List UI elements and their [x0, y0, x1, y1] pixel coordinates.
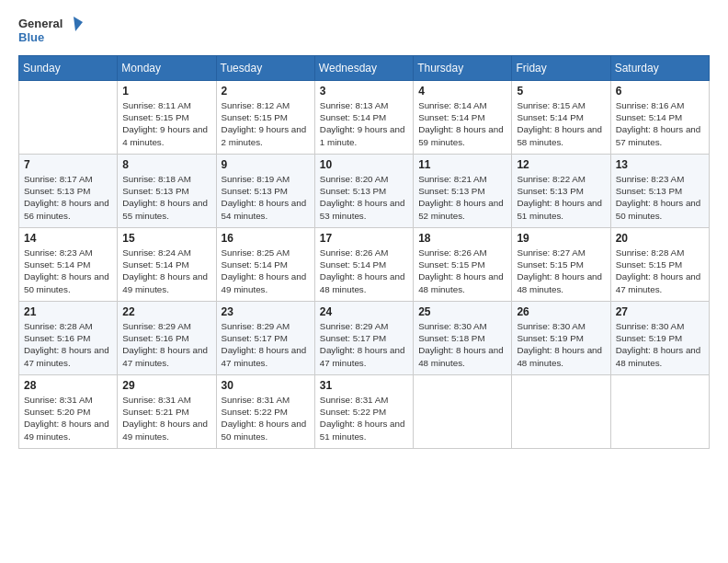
calendar-cell: 18Sunrise: 8:26 AM Sunset: 5:15 PM Dayli… — [414, 228, 512, 302]
day-info: Sunrise: 8:31 AM Sunset: 5:20 PM Dayligh… — [24, 394, 112, 442]
day-info: Sunrise: 8:26 AM Sunset: 5:15 PM Dayligh… — [418, 247, 506, 295]
day-info: Sunrise: 8:16 AM Sunset: 5:14 PM Dayligh… — [616, 99, 704, 148]
calendar-table: SundayMondayTuesdayWednesdayThursdayFrid… — [18, 55, 710, 449]
day-number: 8 — [122, 158, 210, 171]
calendar-cell: 16Sunrise: 8:25 AM Sunset: 5:14 PM Dayli… — [216, 228, 314, 302]
calendar-cell: 21Sunrise: 8:28 AM Sunset: 5:16 PM Dayli… — [19, 302, 118, 375]
day-number: 15 — [122, 232, 210, 245]
day-info: Sunrise: 8:22 AM Sunset: 5:13 PM Dayligh… — [517, 173, 605, 222]
day-number: 31 — [320, 379, 408, 392]
calendar-cell: 20Sunrise: 8:28 AM Sunset: 5:15 PM Dayli… — [610, 228, 709, 302]
day-number: 3 — [320, 85, 408, 98]
weekday-header-tuesday: Tuesday — [216, 56, 314, 81]
day-number: 28 — [24, 379, 112, 392]
day-info: Sunrise: 8:18 AM Sunset: 5:13 PM Dayligh… — [122, 173, 210, 222]
logo-svg: General Blue — [18, 15, 83, 46]
page: General Blue SundayMondayTuesdayWednesda… — [0, 0, 728, 563]
day-info: Sunrise: 8:30 AM Sunset: 5:19 PM Dayligh… — [616, 320, 704, 369]
calendar-cell — [19, 81, 118, 155]
day-info: Sunrise: 8:23 AM Sunset: 5:14 PM Dayligh… — [24, 247, 112, 295]
weekday-header-friday: Friday — [512, 56, 610, 81]
calendar-cell: 27Sunrise: 8:30 AM Sunset: 5:19 PM Dayli… — [610, 302, 709, 375]
weekday-header-wednesday: Wednesday — [314, 56, 413, 81]
week-row-5: 28Sunrise: 8:31 AM Sunset: 5:20 PM Dayli… — [19, 375, 710, 449]
calendar-cell: 19Sunrise: 8:27 AM Sunset: 5:15 PM Dayli… — [512, 228, 610, 302]
day-number: 6 — [616, 85, 704, 98]
calendar-cell — [512, 375, 610, 449]
calendar-cell: 9Sunrise: 8:19 AM Sunset: 5:13 PM Daylig… — [216, 155, 314, 228]
calendar-cell: 28Sunrise: 8:31 AM Sunset: 5:20 PM Dayli… — [19, 375, 118, 449]
day-info: Sunrise: 8:28 AM Sunset: 5:16 PM Dayligh… — [24, 320, 112, 369]
day-info: Sunrise: 8:23 AM Sunset: 5:13 PM Dayligh… — [616, 173, 704, 222]
day-info: Sunrise: 8:25 AM Sunset: 5:14 PM Dayligh… — [222, 247, 310, 295]
day-number: 27 — [616, 305, 704, 318]
week-row-1: 1Sunrise: 8:11 AM Sunset: 5:15 PM Daylig… — [19, 81, 710, 155]
calendar-cell: 26Sunrise: 8:30 AM Sunset: 5:19 PM Dayli… — [512, 302, 610, 375]
calendar-cell: 7Sunrise: 8:17 AM Sunset: 5:13 PM Daylig… — [19, 155, 118, 228]
day-info: Sunrise: 8:15 AM Sunset: 5:14 PM Dayligh… — [517, 99, 605, 148]
day-number: 14 — [24, 232, 112, 245]
calendar-cell: 8Sunrise: 8:18 AM Sunset: 5:13 PM Daylig… — [118, 155, 216, 228]
calendar-cell: 12Sunrise: 8:22 AM Sunset: 5:13 PM Dayli… — [512, 155, 610, 228]
calendar-cell: 11Sunrise: 8:21 AM Sunset: 5:13 PM Dayli… — [414, 155, 512, 228]
calendar-cell: 15Sunrise: 8:24 AM Sunset: 5:14 PM Dayli… — [118, 228, 216, 302]
day-number: 2 — [222, 85, 310, 98]
calendar-cell: 2Sunrise: 8:12 AM Sunset: 5:15 PM Daylig… — [216, 81, 314, 155]
day-info: Sunrise: 8:29 AM Sunset: 5:17 PM Dayligh… — [320, 320, 408, 369]
day-number: 21 — [24, 305, 112, 318]
logo-area: General Blue — [18, 15, 83, 46]
week-row-2: 7Sunrise: 8:17 AM Sunset: 5:13 PM Daylig… — [19, 155, 710, 228]
day-info: Sunrise: 8:14 AM Sunset: 5:14 PM Dayligh… — [418, 99, 506, 148]
logo: General Blue — [18, 15, 83, 46]
day-info: Sunrise: 8:21 AM Sunset: 5:13 PM Dayligh… — [418, 173, 506, 222]
day-info: Sunrise: 8:27 AM Sunset: 5:15 PM Dayligh… — [517, 247, 605, 295]
day-info: Sunrise: 8:29 AM Sunset: 5:17 PM Dayligh… — [222, 320, 310, 369]
day-info: Sunrise: 8:30 AM Sunset: 5:18 PM Dayligh… — [418, 320, 506, 369]
calendar-cell: 31Sunrise: 8:31 AM Sunset: 5:22 PM Dayli… — [314, 375, 413, 449]
day-number: 4 — [418, 85, 506, 98]
header: General Blue — [18, 15, 710, 46]
calendar-cell: 13Sunrise: 8:23 AM Sunset: 5:13 PM Dayli… — [610, 155, 709, 228]
day-number: 23 — [222, 305, 310, 318]
day-number: 13 — [616, 158, 704, 171]
day-info: Sunrise: 8:12 AM Sunset: 5:15 PM Dayligh… — [222, 99, 310, 148]
calendar-cell: 1Sunrise: 8:11 AM Sunset: 5:15 PM Daylig… — [118, 81, 216, 155]
day-info: Sunrise: 8:31 AM Sunset: 5:22 PM Dayligh… — [320, 394, 408, 442]
calendar-cell: 22Sunrise: 8:29 AM Sunset: 5:16 PM Dayli… — [118, 302, 216, 375]
day-number: 19 — [517, 232, 605, 245]
calendar-cell: 4Sunrise: 8:14 AM Sunset: 5:14 PM Daylig… — [414, 81, 512, 155]
calendar-cell: 14Sunrise: 8:23 AM Sunset: 5:14 PM Dayli… — [19, 228, 118, 302]
day-info: Sunrise: 8:31 AM Sunset: 5:21 PM Dayligh… — [122, 394, 210, 442]
day-number: 25 — [418, 305, 506, 318]
calendar-cell — [414, 375, 512, 449]
calendar-cell: 17Sunrise: 8:26 AM Sunset: 5:14 PM Dayli… — [314, 228, 413, 302]
calendar-cell: 29Sunrise: 8:31 AM Sunset: 5:21 PM Dayli… — [118, 375, 216, 449]
day-number: 11 — [418, 158, 506, 171]
day-number: 10 — [320, 158, 408, 171]
day-info: Sunrise: 8:24 AM Sunset: 5:14 PM Dayligh… — [122, 247, 210, 295]
day-info: Sunrise: 8:28 AM Sunset: 5:15 PM Dayligh… — [616, 247, 704, 295]
day-number: 5 — [517, 85, 605, 98]
day-info: Sunrise: 8:19 AM Sunset: 5:13 PM Dayligh… — [222, 173, 310, 222]
calendar-cell: 30Sunrise: 8:31 AM Sunset: 5:22 PM Dayli… — [216, 375, 314, 449]
day-number: 30 — [222, 379, 310, 392]
calendar-cell: 6Sunrise: 8:16 AM Sunset: 5:14 PM Daylig… — [610, 81, 709, 155]
day-number: 29 — [122, 379, 210, 392]
calendar-cell — [610, 375, 709, 449]
calendar-cell: 23Sunrise: 8:29 AM Sunset: 5:17 PM Dayli… — [216, 302, 314, 375]
weekday-header-monday: Monday — [118, 56, 216, 81]
weekday-header-row: SundayMondayTuesdayWednesdayThursdayFrid… — [19, 56, 710, 81]
week-row-3: 14Sunrise: 8:23 AM Sunset: 5:14 PM Dayli… — [19, 228, 710, 302]
day-info: Sunrise: 8:26 AM Sunset: 5:14 PM Dayligh… — [320, 247, 408, 295]
day-info: Sunrise: 8:30 AM Sunset: 5:19 PM Dayligh… — [517, 320, 605, 369]
weekday-header-thursday: Thursday — [414, 56, 512, 81]
calendar-cell: 25Sunrise: 8:30 AM Sunset: 5:18 PM Dayli… — [414, 302, 512, 375]
svg-text:General: General — [18, 17, 63, 30]
calendar-cell: 24Sunrise: 8:29 AM Sunset: 5:17 PM Dayli… — [314, 302, 413, 375]
day-info: Sunrise: 8:29 AM Sunset: 5:16 PM Dayligh… — [122, 320, 210, 369]
day-number: 17 — [320, 232, 408, 245]
day-number: 24 — [320, 305, 408, 318]
day-info: Sunrise: 8:20 AM Sunset: 5:13 PM Dayligh… — [320, 173, 408, 222]
day-info: Sunrise: 8:17 AM Sunset: 5:13 PM Dayligh… — [24, 173, 112, 222]
day-number: 22 — [122, 305, 210, 318]
